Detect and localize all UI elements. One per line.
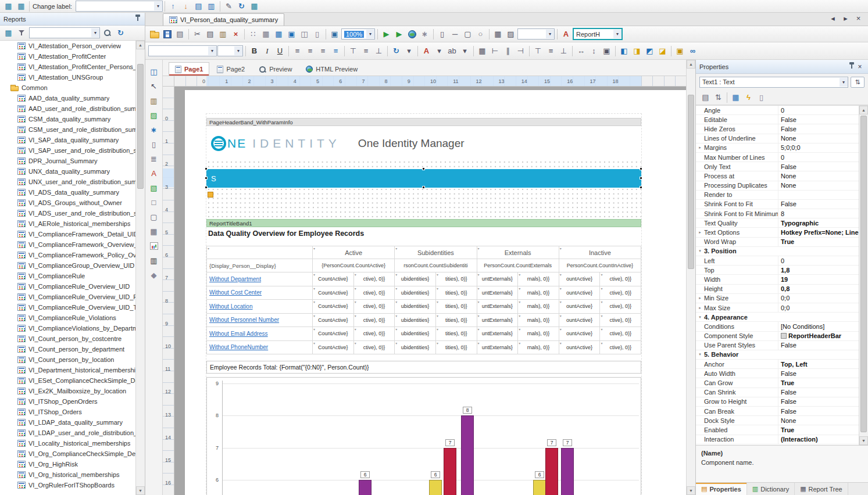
tab-close-icon[interactable]: × [852,12,865,24]
label-save-all-icon[interactable]: ▥ [205,1,217,12]
property-row[interactable]: Processing DuplicatesNone [696,181,859,191]
text-brush-drop-icon[interactable]: ▾ [459,45,471,57]
data-cell[interactable]: rnals), 0)} [518,314,559,328]
report-item[interactable]: VI_Org_HighRisk [0,459,135,469]
change-label-combo[interactable]: ▾ [76,1,163,12]
report-item[interactable]: VI_ComplianceRule_Overview_UID_Trar [0,302,135,313]
property-category[interactable]: ▾3. Position [696,247,859,256]
data-cell[interactable]: ountActive} [559,314,601,328]
report-item[interactable]: VI_Attestation_UNSGroup [0,72,135,82]
open-report-icon[interactable] [148,28,160,40]
property-row[interactable]: ▸Max Size0;0 [696,303,859,313]
make-same-height-icon[interactable]: ↕ [588,45,600,57]
chevron-down-icon[interactable]: ▾ [366,30,374,38]
chevron-down-icon[interactable]: ▾ [154,2,162,10]
globe-icon[interactable] [406,28,418,40]
align-left-edges-icon[interactable]: ⊢ [489,45,501,57]
center-vertically-icon[interactable]: ≡ [545,45,557,57]
selection-handle[interactable] [640,177,642,180]
report-item[interactable]: VI_ITShop_OpenOrders [0,396,135,407]
logo-component[interactable]: NE IDENTITY One Identity Manager [206,127,641,160]
expand-icon[interactable]: ▸ [696,230,704,235]
property-row[interactable]: Angle0 [696,106,859,115]
scroll-down-icon[interactable]: ▼ [859,436,868,445]
text-box-tool-icon[interactable]: A [148,167,160,179]
align-right-edges-icon[interactable]: ⊣ [515,45,527,57]
data-cell[interactable]: ctive), 0)} [600,341,641,355]
section-title[interactable]: Data Quality Overview for Employee Recor… [208,229,364,238]
label-refresh-icon[interactable]: ↻ [235,1,248,12]
report-item[interactable]: VI_ComplianceRule_Violations [0,313,135,323]
align-bottom-edges-icon[interactable]: ⊥ [558,45,570,57]
categorized-icon[interactable]: ▤ [699,92,712,103]
report-item[interactable]: VI_OrgRulerForITShopBoards [0,480,135,490]
property-row[interactable]: Auto WidthFalse [696,369,859,378]
scrollbar-thumb[interactable] [688,95,694,269]
chevron-down-icon[interactable]: ▾ [234,46,242,55]
row-link[interactable]: Without Personnel Number [207,314,313,328]
data-cell[interactable]: ountActive} [559,341,601,355]
data-cell[interactable]: ountActive} [559,286,601,300]
document-tab[interactable]: VI_Person_data_quality_summary [163,13,284,26]
data-cell[interactable]: ctive), 0)} [600,300,641,314]
property-row[interactable]: Hide ZerosFalse [696,124,859,134]
page-header-band[interactable]: PageHeaderBand_WithParamInfo [206,118,641,126]
report-item[interactable]: VI_Count_person_by_costcentre [0,333,135,344]
data-cell[interactable]: CountActive} [313,272,354,286]
data-quality-table[interactable]: ActiveSubidentitiesExternalsInactive{Dis… [206,246,641,354]
report-item[interactable]: VI_ITShop_Orders [0,407,135,417]
property-value[interactable]: 0 [778,154,859,161]
border-color-icon[interactable]: ▨ [505,28,517,40]
data-cell[interactable]: untExternals} [477,272,519,286]
data-cell[interactable]: rnals), 0)} [518,327,559,341]
property-row[interactable]: Shrink Font to FitFalse [696,200,859,209]
table-corner-cell[interactable] [207,246,313,259]
property-value[interactable]: (Interaction) [778,436,859,443]
data-cell[interactable]: tities), 0)} [436,286,477,300]
text-brush-icon[interactable]: ab [446,45,458,57]
property-value[interactable]: False [778,200,859,207]
select-tool-icon[interactable]: ↖ [148,80,160,92]
data-cell[interactable]: CountActive} [313,286,354,300]
report-item[interactable]: VI_ComplianceRule_Overview_UID_Role [0,292,135,302]
cut-icon[interactable]: ✂ [191,28,203,40]
ellipse-tool-icon[interactable]: ○ [474,28,487,40]
column-header-externals[interactable]: Externals [477,246,559,259]
data-cell[interactable]: ctive), 0)} [354,286,395,300]
property-row[interactable]: Use Parent StylesFalse [696,341,859,350]
data-cell[interactable]: untExternals} [477,314,519,328]
property-category[interactable]: ▾5. Behavior [696,350,859,360]
chevron-down-icon[interactable]: ▾ [613,30,621,38]
property-value[interactable]: False [778,163,859,170]
component-selector-combo[interactable]: Text1 : Text ▾ [699,77,848,88]
property-value[interactable]: None [778,182,859,189]
report-item[interactable]: VI_Attestation_Person_overview [0,41,135,51]
chevron-down-icon[interactable]: ▾ [91,28,99,37]
data-cell[interactable]: ctive), 0)} [354,314,395,328]
image-tool-icon[interactable]: ▨ [148,109,160,121]
scrollbar-thumb[interactable] [860,116,867,432]
rectangle-tool-icon[interactable]: ▯ [436,28,448,40]
property-value[interactable]: 0 [778,107,859,114]
scroll-down-icon[interactable]: ▼ [136,486,145,495]
print-preview-icon[interactable]: ◫ [148,66,160,77]
cross-tab-tool-icon[interactable]: ▦ [148,225,160,237]
tab-page1[interactable]: Page1 [169,62,209,76]
style-combo[interactable]: ReportH▾ [573,28,623,40]
underline-icon[interactable]: U [274,45,286,57]
link-icon[interactable]: ∞ [687,45,699,57]
report-item[interactable]: VI_ADS_Groups_without_Owner [0,198,135,208]
report-item[interactable]: VI_ESet_ComplianceCheckSimple_Detai [0,375,135,386]
report-item[interactable]: AAD_data_quality_summary [0,93,135,103]
report-item[interactable]: VI_Count_person_by_location [0,354,135,365]
data-cell[interactable]: ctive), 0)} [600,286,641,300]
valign-top-icon[interactable]: ⊤ [347,45,359,57]
filter-icon[interactable] [16,27,28,39]
reports-tree-scrollbar[interactable]: ▲▼ [135,41,145,495]
canvas-scrollbar[interactable]: ▲▼ [686,60,695,495]
property-value[interactable]: False [778,408,859,415]
property-value[interactable]: True [778,379,859,386]
sort-az-icon[interactable]: ⇅ [851,77,865,88]
property-row[interactable]: Width19 [696,275,859,284]
data-cell[interactable]: ctive), 0)} [600,314,641,328]
